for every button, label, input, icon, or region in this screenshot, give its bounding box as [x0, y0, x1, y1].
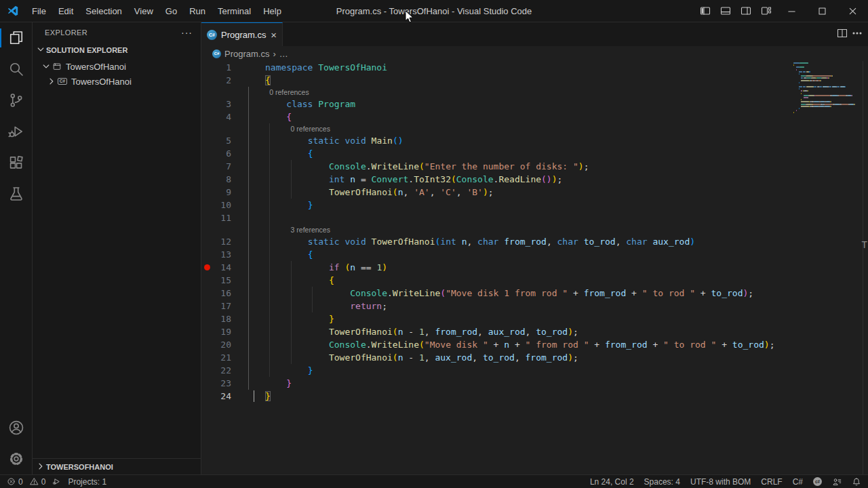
status-debug-status[interactable] [52, 477, 61, 486]
line-number[interactable]: 12 [212, 235, 231, 248]
breadcrumb-file[interactable]: Program.cs [224, 49, 269, 59]
layout-sidebar-left-button[interactable] [695, 0, 715, 22]
breakpoint-gutter[interactable] [201, 173, 212, 186]
line-number[interactable]: 14 [212, 261, 231, 274]
codelens-references[interactable]: 0 references [269, 87, 309, 98]
breakpoint-gutter[interactable] [201, 390, 212, 403]
codelens-references[interactable]: 0 references [291, 123, 330, 134]
breakpoint-gutter[interactable] [201, 110, 212, 123]
maximize-button[interactable] [807, 0, 837, 22]
menu-item-edit[interactable]: Edit [52, 0, 79, 22]
explorer-more-actions-button[interactable]: ··· [181, 27, 193, 38]
code-line[interactable]: 14 if (n == 1) [201, 261, 868, 274]
menu-item-go[interactable]: Go [159, 0, 183, 22]
status-bell[interactable] [852, 477, 861, 487]
code-line[interactable]: 4 { [201, 110, 868, 123]
tree-item-towersofhanoi[interactable]: TowersOfHanoi [33, 59, 201, 74]
more-actions-button[interactable] [852, 28, 863, 41]
code-line[interactable]: 1namespace TowersOfHanoi [201, 61, 868, 74]
breakpoint-gutter[interactable] [201, 300, 212, 312]
code-line[interactable]: 2{ [201, 74, 868, 87]
code-line[interactable]: 22 } [201, 364, 868, 377]
code-line[interactable]: 8 int n = Convert.ToInt32(Console.ReadLi… [201, 173, 868, 186]
line-number[interactable]: 11 [212, 211, 231, 224]
menu-item-file[interactable]: File [26, 0, 52, 22]
breakpoint-gutter[interactable] [201, 338, 212, 351]
breakpoint-gutter[interactable] [201, 312, 212, 325]
breakpoint-gutter[interactable] [201, 351, 212, 364]
activity-testing[interactable] [0, 178, 32, 209]
activity-explorer[interactable] [0, 22, 32, 54]
activity-extensions[interactable] [0, 147, 32, 178]
code-line[interactable]: 21 TowerOfHanoi(n - 1, aux_rod, to_rod, … [201, 351, 868, 364]
code-line[interactable]: 3 class Program [201, 98, 868, 110]
breadcrumb-more[interactable]: … [279, 49, 288, 59]
code-line[interactable]: 24} [201, 390, 868, 403]
line-number[interactable]: 9 [212, 186, 231, 199]
line-number[interactable]: 15 [212, 274, 231, 287]
menu-item-run[interactable]: Run [183, 0, 212, 22]
breakpoint-gutter[interactable] [201, 186, 212, 199]
line-number[interactable]: 18 [212, 312, 231, 325]
activity-account[interactable] [0, 412, 32, 443]
breakpoint-gutter[interactable] [201, 364, 212, 377]
breakpoint-gutter[interactable] [201, 74, 212, 87]
menu-item-view[interactable]: View [128, 0, 159, 22]
line-number[interactable]: 16 [212, 287, 231, 300]
breakpoint-gutter[interactable] [201, 248, 212, 261]
code-line[interactable]: 7 Console.WriteLine("Enter the number of… [201, 160, 868, 173]
line-number[interactable]: 21 [212, 351, 231, 364]
tab-program-cs[interactable]: C# Program.cs × [201, 22, 283, 46]
code-line[interactable]: 12 static void TowerOfHanoi(int n, char … [201, 235, 868, 248]
code-line[interactable]: 20 Console.WriteLine("Move disk " + n + … [201, 338, 868, 351]
codelens-references[interactable]: 3 references [291, 224, 330, 235]
code-editor[interactable]: 1namespace TowersOfHanoi2{0 references3 … [201, 61, 868, 474]
activity-search[interactable] [0, 54, 32, 85]
status-encoding[interactable]: UTF-8 with BOM [690, 477, 751, 487]
code-line[interactable]: 13 { [201, 248, 868, 261]
status-indentation[interactable]: Spaces: 4 [644, 477, 680, 487]
menu-item-terminal[interactable]: Terminal [212, 0, 257, 22]
line-number[interactable]: 7 [212, 160, 231, 173]
code-line[interactable]: 23 } [201, 377, 868, 390]
line-number[interactable]: 2 [212, 74, 231, 87]
breakpoint-gutter[interactable] [201, 377, 212, 390]
status-eol[interactable]: CRLF [761, 477, 782, 487]
breakpoint-gutter[interactable] [201, 134, 212, 147]
breakpoint-gutter[interactable] [201, 211, 212, 224]
line-number[interactable]: 13 [212, 248, 231, 261]
status-feedback[interactable] [832, 477, 842, 487]
status-projects[interactable]: Projects: 1 [68, 477, 106, 487]
breakpoint-gutter[interactable] [201, 160, 212, 173]
layout-panel-button[interactable] [715, 0, 736, 22]
code-line[interactable]: 11 [201, 211, 868, 224]
status-language[interactable]: C# [793, 477, 803, 487]
line-number[interactable]: 5 [212, 134, 231, 147]
code-line[interactable]: 10 } [201, 199, 868, 211]
code-line[interactable]: 19 TowerOfHanoi(n - 1, from_rod, aux_rod… [201, 325, 868, 338]
activity-run-and-debug[interactable] [0, 116, 32, 147]
line-number[interactable]: 1 [212, 61, 231, 74]
code-line[interactable]: 6 { [201, 147, 868, 160]
breakpoint-gutter[interactable] [201, 235, 212, 248]
breakpoint-gutter[interactable] [201, 274, 212, 287]
line-number[interactable]: 17 [212, 300, 231, 312]
code-line[interactable]: 17 return; [201, 300, 868, 312]
breakpoint-gutter[interactable] [201, 287, 212, 300]
line-number[interactable]: 20 [212, 338, 231, 351]
menu-item-selection[interactable]: Selection [79, 0, 127, 22]
code-line[interactable]: 16 Console.WriteLine("Move disk 1 from r… [201, 287, 868, 300]
activity-settings[interactable] [0, 443, 32, 474]
line-number[interactable]: 10 [212, 199, 231, 211]
section-solution-explorer[interactable]: SOLUTION EXPLORER [33, 43, 201, 58]
code-line[interactable]: 5 static void Main() [201, 134, 868, 147]
status-csharp-devkit[interactable]: c# [813, 477, 822, 486]
code-line[interactable]: 18 } [201, 312, 868, 325]
breakpoint-gutter[interactable] [201, 261, 212, 274]
line-number[interactable]: 3 [212, 98, 231, 110]
code-line[interactable]: 9 TowerOfHanoi(n, 'A', 'C', 'B'); [201, 186, 868, 199]
line-number[interactable]: 6 [212, 147, 231, 160]
status-problems-warnings[interactable]: 0 [30, 477, 46, 487]
activity-source-control[interactable] [0, 85, 32, 116]
split-editor-button[interactable] [837, 28, 848, 41]
